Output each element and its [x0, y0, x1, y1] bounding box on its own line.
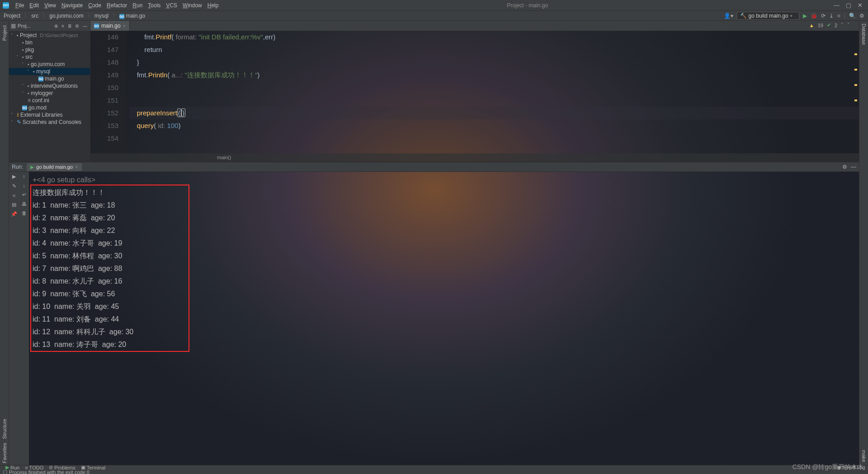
menu-help[interactable]: Help	[205, 2, 222, 9]
tab-project[interactable]: Project	[1, 24, 8, 43]
tree-item[interactable]: GOmain.go	[9, 75, 90, 82]
minimize-icon[interactable]: —	[834, 2, 840, 9]
breadcrumb-item[interactable]: Project	[4, 13, 20, 19]
tree-item[interactable]: ˅▪ProjectD:\Go\src\Project	[9, 32, 90, 39]
tab-close-icon[interactable]: ×	[123, 24, 126, 28]
up-icon[interactable]: ↑	[23, 174, 25, 179]
search-icon[interactable]: 🔍	[849, 13, 856, 19]
run-hide-icon[interactable]: —	[851, 164, 856, 170]
menu-edit[interactable]: Edit	[27, 2, 42, 9]
project-tree[interactable]: ˅▪ProjectD:\Go\src\Project▪bin▪pkg˅▪src˅…	[9, 31, 90, 161]
close-icon[interactable]: ✕	[858, 2, 863, 9]
run-config-selector[interactable]: 🔨 go build main.go ▾	[737, 12, 799, 20]
folder-icon: ▪	[17, 33, 19, 38]
window-title: Project - main.go	[221, 2, 834, 9]
inspection-status[interactable]: ▲19 ✔2 ˄ ˅	[809, 22, 850, 28]
line-gutter: 146147148149150151152153154	[90, 31, 126, 153]
breadcrumb: Project〉src〉go.junmu.com〉mysql〉GO main.g…	[0, 11, 868, 21]
app-logo-icon: GO	[3, 2, 9, 9]
editor-tab-main[interactable]: GO main.go ×	[90, 21, 130, 31]
debug-icon[interactable]: 🐞	[811, 13, 817, 19]
left-tool-gutter: Project Structure Favorites	[0, 21, 9, 465]
editor-breadcrumb[interactable]: main()	[90, 153, 859, 161]
project-tool-title[interactable]: Proj...	[18, 23, 52, 28]
run-tool-gutter: ▶ ✎ ■ ▤ 📌 ↑ ↓ ↵ 🖶 🗑	[9, 172, 29, 465]
project-tool-window: ▦ Proj... ⊕ ≡ ≣ ⚙ — ˅▪ProjectD:\Go\src\P…	[9, 21, 90, 161]
folder-icon: ▪	[22, 40, 24, 45]
tree-item[interactable]: ▪bin	[9, 39, 90, 46]
tab-make[interactable]: make	[860, 447, 868, 465]
tree-item[interactable]: ˅▪go.junmu.com	[9, 61, 90, 68]
folder-icon: ▪	[28, 83, 29, 89]
menu-navigate[interactable]: Navigate	[59, 2, 85, 9]
attach-icon[interactable]: ✎	[12, 183, 16, 189]
maximize-icon[interactable]: ▢	[846, 2, 851, 9]
gear-icon[interactable]: ⚙	[859, 13, 864, 19]
code-editor[interactable]: 146147148149150151152153154 fmt.Printf( …	[90, 31, 859, 153]
run-settings-icon[interactable]: ⚙	[842, 164, 847, 170]
tab-favorites[interactable]: Favorites	[1, 441, 8, 465]
rerun-icon[interactable]: ▶	[12, 174, 16, 180]
run-tool-header: Run: ▶ go build main.go × ⚙ —	[9, 162, 859, 172]
run-tool-tab[interactable]: ▶ go build main.go ×	[27, 163, 81, 171]
stop-icon[interactable]: ■	[837, 13, 840, 19]
collapse-icon[interactable]: ≣	[67, 24, 72, 28]
go-file-icon: GO	[94, 24, 99, 28]
tab-structure[interactable]: Structure	[1, 417, 8, 441]
run-tab-close-icon[interactable]: ×	[75, 164, 78, 170]
folder-icon: ▪	[33, 69, 35, 74]
expand-icon[interactable]: ≡	[61, 24, 65, 28]
tree-item[interactable]: ˃⫴External Libraries	[9, 111, 90, 118]
error-stripe[interactable]	[854, 53, 857, 101]
run-config-label: go build main.go	[749, 13, 788, 19]
down-icon[interactable]: ↓	[23, 183, 25, 188]
menu-tools[interactable]: Tools	[145, 2, 163, 9]
menu-vcs[interactable]: VCS	[163, 2, 180, 9]
user-icon[interactable]: 👤▾	[724, 13, 733, 19]
file-icon: ≡	[28, 97, 31, 104]
breadcrumb-item[interactable]: src	[31, 13, 38, 19]
tree-item[interactable]: ˃✎Scratches and Consoles	[9, 118, 90, 126]
select-target-icon[interactable]: ⊕	[53, 24, 59, 28]
stop-run-icon[interactable]: ■	[13, 193, 16, 198]
right-tool-gutter: Database make	[859, 21, 868, 465]
tree-item[interactable]: ˃▪mylogger	[9, 90, 90, 97]
tree-item[interactable]: GOgo.mod	[9, 104, 90, 111]
go-file-icon: GO	[38, 76, 43, 81]
play-icon: ▶	[30, 164, 34, 170]
menu-refactor[interactable]: Refactor	[104, 2, 130, 9]
breadcrumb-item[interactable]: go.junmu.com	[49, 13, 83, 19]
breadcrumb-item[interactable]: mysql	[94, 13, 108, 19]
tree-item[interactable]: ≡conf.ini	[9, 97, 90, 104]
tab-database[interactable]: Database	[860, 21, 868, 47]
tree-item[interactable]: ˅▪mysql	[9, 68, 90, 75]
watermark: CSDN @转go重开的木木	[793, 463, 863, 471]
editor-panel: GO main.go × ▲19 ✔2 ˄ ˅ 1461471481491501…	[90, 21, 859, 161]
profile-icon[interactable]: ⤓	[829, 13, 834, 19]
tree-item[interactable]: ˃▪interviewQuestionis	[9, 82, 90, 90]
chevron-up-icon[interactable]: ˄	[841, 22, 844, 28]
folder-icon: ▪	[28, 62, 29, 67]
run-console[interactable]: +<4 go setup calls>连接数据库成功！！！id: 1 name:…	[29, 172, 859, 465]
layout-icon[interactable]: ▤	[12, 202, 16, 208]
menu-view[interactable]: View	[42, 2, 59, 9]
folder-icon: ▪	[28, 90, 29, 96]
tree-item[interactable]: ˅▪src	[9, 53, 90, 61]
wrap-icon[interactable]: ↵	[22, 192, 26, 198]
pin-icon[interactable]: 📌	[11, 211, 17, 217]
trash-icon[interactable]: 🗑	[22, 210, 27, 216]
chevron-down-icon[interactable]: ˅	[847, 22, 850, 28]
settings-icon[interactable]: ⚙	[74, 24, 80, 28]
run-icon[interactable]: ▶	[803, 13, 807, 19]
coverage-icon[interactable]: ⟳	[821, 13, 826, 19]
breadcrumb-item[interactable]: GO main.go	[119, 13, 145, 19]
scratch-icon: ✎	[17, 119, 21, 125]
hide-icon[interactable]: —	[82, 24, 88, 28]
tree-item[interactable]: ▪pkg	[9, 46, 90, 53]
menu-window[interactable]: Window	[180, 2, 205, 9]
print-icon[interactable]: 🖶	[22, 201, 27, 207]
menu-run[interactable]: Run	[130, 2, 145, 9]
menu-code[interactable]: Code	[85, 2, 104, 9]
run-tool-tab-label: go build main.go	[36, 164, 73, 170]
menu-file[interactable]: File	[13, 2, 27, 9]
